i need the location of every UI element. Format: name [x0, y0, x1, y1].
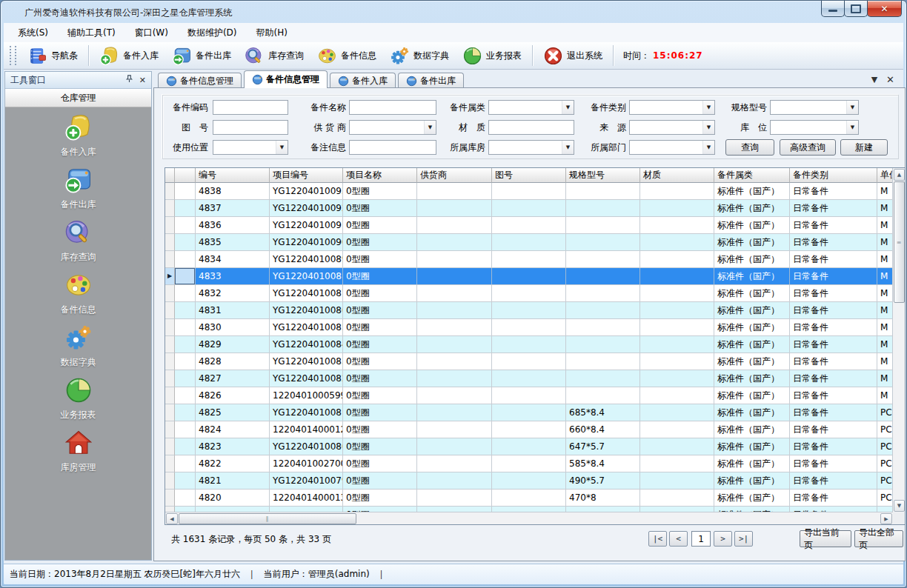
chevron-down-icon[interactable]: ▼ [562, 141, 574, 154]
column-header-4[interactable]: 供货商 [417, 168, 492, 183]
table-row[interactable]: 4828YG122040100830型圈标准件（国产）日常备件M [165, 353, 893, 370]
column-header-6[interactable]: 规格型号 [566, 168, 640, 183]
table-row[interactable]: ▶4833YG122040100880型圈标准件（国产）日常备件M [165, 268, 893, 285]
menu-item-2[interactable]: 辅助工具(T) [58, 23, 125, 42]
column-header[interactable] [175, 168, 196, 183]
chevron-down-icon[interactable]: ▼ [562, 101, 574, 114]
titlebar[interactable]: 广州爱奇迪软件科技有限公司-深田之星仓库管理系统 ✕ [1, 1, 906, 23]
table-row[interactable]: 4836YG122040100910型圈标准件（国产）日常备件M [165, 217, 893, 234]
menu-item-1[interactable]: 系统(S) [8, 23, 58, 42]
table-row[interactable]: 4835YG122040100900型圈标准件（国产）日常备件M [165, 234, 893, 251]
search-dropdown-5[interactable]: ▼ [770, 100, 859, 115]
tab-list-dropdown-icon[interactable]: ▼ [871, 75, 877, 84]
search-input-8[interactable] [488, 120, 574, 135]
toolbar-button-exit[interactable]: 退出系统 [536, 44, 609, 67]
menu-item-5[interactable]: 帮助(H) [247, 23, 297, 42]
search-input-12[interactable] [349, 140, 436, 155]
table-row[interactable]: 482412204014000120型圈660*8.4标准件（国产）日常备件PC [165, 421, 893, 438]
table-row[interactable]: 4830YG122040100850型圈标准件（国产）日常备件M [165, 319, 893, 336]
vertical-scroll-thumb[interactable]: ≡ [894, 181, 905, 303]
table-row[interactable]: 4831YG122040100860型圈标准件（国产）日常备件M [165, 302, 893, 319]
search-dropdown-7[interactable]: ▼ [349, 120, 436, 135]
dock-item-inventory-query[interactable]: 库存查询 [5, 217, 151, 270]
prev-page-button[interactable]: < [669, 531, 688, 547]
table-row[interactable]: 4832YG122040100870型圈标准件（国产）日常备件M [165, 285, 893, 302]
close-button[interactable]: ✕ [867, 1, 902, 17]
table-row[interactable]: 4829YG122040100840型圈标准件（国产）日常备件M [165, 336, 893, 353]
tool-window-header[interactable]: 工具窗口 ✕ [5, 72, 151, 89]
search-input-6[interactable] [213, 120, 288, 135]
search-dropdown-9[interactable]: ▼ [629, 120, 715, 135]
table-row[interactable]: 4838YG122040100930型圈标准件（国产）日常备件M [165, 183, 893, 200]
column-header-9[interactable]: 备件类别 [790, 168, 877, 183]
last-page-button[interactable]: >| [734, 531, 753, 547]
toolbar-button-business-report[interactable]: 业务报表 [456, 44, 528, 67]
chevron-down-icon[interactable]: ▼ [702, 141, 714, 154]
table-row[interactable]: 482012204014000130型圈470*8标准件（国产）日常备件PC [165, 490, 893, 507]
dock-close-icon[interactable]: ✕ [139, 76, 146, 85]
tab-2[interactable]: 备件信息管理 [244, 70, 328, 88]
table-row[interactable]: 4834YG122040100890型圈标准件（国产）日常备件M [165, 251, 893, 268]
dock-item-parts-info[interactable]: 备件信息 [5, 270, 151, 322]
first-page-button[interactable]: |< [648, 531, 667, 547]
maximize-button[interactable] [844, 1, 868, 17]
column-header-1[interactable]: 编号 [196, 168, 270, 183]
table-row[interactable]: 482612204010005990型圈标准件（国产）日常备件M [165, 387, 893, 404]
scroll-down-icon[interactable]: ▼ [894, 500, 905, 512]
search-input-2[interactable] [349, 100, 436, 115]
menu-item-4[interactable]: 数据维护(D) [178, 23, 247, 42]
chevron-down-icon[interactable]: ▼ [702, 101, 714, 114]
chevron-down-icon[interactable]: ▼ [846, 101, 858, 114]
toolbar-button-navbar[interactable]: 导航条 [21, 44, 84, 67]
chevron-down-icon[interactable]: ▼ [846, 121, 858, 134]
dock-item-stock-in[interactable]: 备件入库 [5, 112, 151, 164]
dock-item-warehouse[interactable]: 库房管理 [5, 427, 151, 480]
column-header-3[interactable]: 项目名称 [343, 168, 417, 183]
advanced-query-button[interactable]: 高级查询 [780, 139, 836, 156]
table-row[interactable]: 4821YG122040100790型圈490*5.7标准件（国产）日常备件PC [165, 472, 893, 490]
column-header-10[interactable]: 单位 [877, 168, 893, 183]
new-button[interactable]: 新建 [840, 139, 888, 156]
horizontal-scrollbar[interactable]: ◀ ∥ ▶ [165, 512, 893, 524]
tab-close-icon[interactable]: ✕ [886, 74, 894, 85]
column-header-8[interactable]: 备件属类 [714, 168, 790, 183]
table-row[interactable]: 4837YG122040100920型圈标准件（国产）日常备件M [165, 200, 893, 217]
next-page-button[interactable]: > [714, 531, 732, 547]
table-row[interactable]: 4825YG122040100810型圈685*8.4标准件（国产）日常备件PC [165, 404, 893, 421]
table-row[interactable]: 4823YG122040100800型圈647*5.7标准件（国产）日常备件PC [165, 438, 893, 455]
scroll-right-icon[interactable]: ▶ [880, 513, 892, 524]
toolbar-grip[interactable] [10, 46, 16, 65]
minimize-button[interactable] [821, 1, 845, 17]
table-row[interactable]: 4827YG122040100820型圈标准件（国产）日常备件M [165, 370, 893, 387]
search-dropdown-11[interactable]: ▼ [213, 140, 288, 155]
toolbar-button-stock-out[interactable]: 备件出库 [165, 44, 238, 67]
vertical-scrollbar[interactable]: ▲ ≡ ▼ [892, 168, 905, 512]
page-number-input[interactable] [691, 531, 711, 547]
search-dropdown-13[interactable]: ▼ [488, 140, 574, 155]
horizontal-scroll-thumb[interactable]: ∥ [179, 513, 356, 524]
scroll-up-icon[interactable]: ▲ [894, 169, 905, 181]
chevron-down-icon[interactable]: ▼ [424, 121, 436, 134]
export-all-pages-button[interactable]: 导出全部页 [854, 530, 903, 547]
column-header-2[interactable]: 项目编号 [270, 168, 343, 183]
table-row[interactable]: 482212204010027000型圈585*8.4标准件（国产）日常备件PC [165, 455, 893, 472]
menu-item-3[interactable]: 窗口(W) [125, 23, 178, 42]
dock-item-stock-out[interactable]: 备件出库 [5, 164, 151, 217]
column-header-5[interactable]: 图号 [492, 168, 566, 183]
chevron-down-icon[interactable]: ▼ [702, 121, 714, 134]
tab-3[interactable]: 备件入库 [330, 73, 396, 88]
tab-4[interactable]: 备件出库 [398, 73, 464, 88]
dock-item-data-dictionary[interactable]: 数据字典 [5, 322, 151, 375]
search-input-1[interactable] [213, 100, 288, 115]
dock-group-header[interactable]: 仓库管理 [5, 89, 151, 107]
export-current-page-button[interactable]: 导出当前页 [800, 530, 851, 547]
pin-icon[interactable] [125, 75, 133, 85]
search-dropdown-3[interactable]: ▼ [488, 100, 574, 115]
dock-item-business-report[interactable]: 业务报表 [5, 375, 151, 427]
toolbar-button-inventory-query[interactable]: 库存查询 [238, 44, 310, 67]
toolbar-button-parts-info[interactable]: 备件信息 [310, 44, 383, 67]
search-dropdown-10[interactable]: ▼ [770, 120, 859, 135]
chevron-down-icon[interactable]: ▼ [276, 141, 288, 154]
column-header-7[interactable]: 材质 [640, 168, 714, 183]
toolbar-button-stock-in[interactable]: 备件入库 [93, 44, 165, 67]
